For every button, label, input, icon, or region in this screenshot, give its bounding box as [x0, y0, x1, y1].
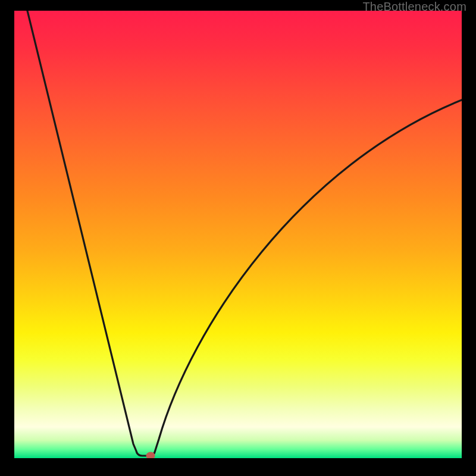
- plot-area: [14, 11, 462, 458]
- curve-path: [27, 11, 462, 456]
- chart-frame: TheBottleneck.com: [0, 0, 476, 476]
- watermark-text: TheBottleneck.com: [362, 0, 466, 14]
- bottleneck-curve: [14, 11, 462, 458]
